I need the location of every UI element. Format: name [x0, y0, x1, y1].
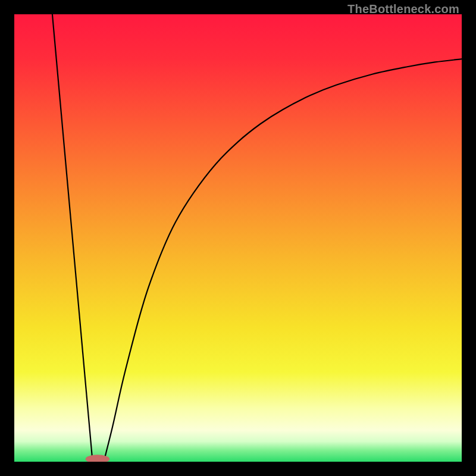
bottleneck-curve-chart [14, 14, 462, 462]
chart-frame [14, 14, 462, 462]
heatmap-background [14, 14, 462, 462]
watermark-text: TheBottleneck.com [347, 2, 459, 16]
